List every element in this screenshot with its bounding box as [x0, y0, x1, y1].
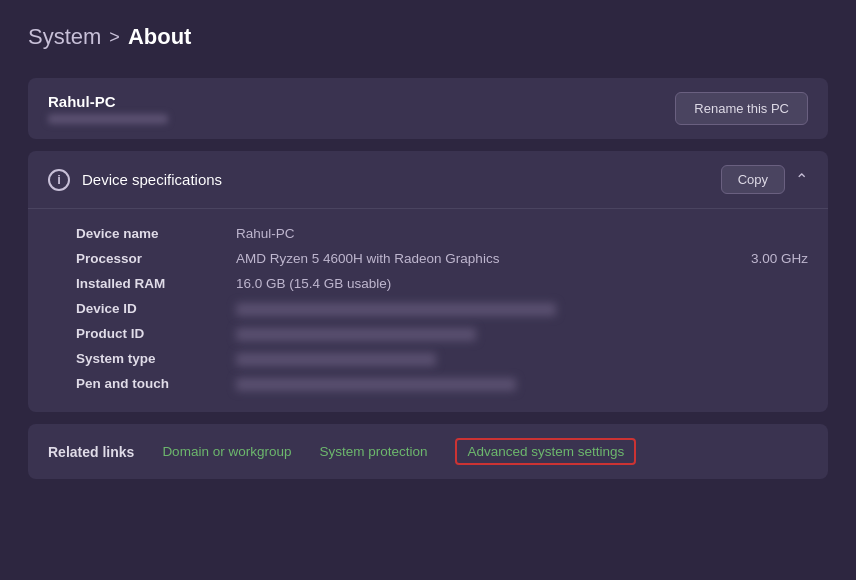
related-links-label: Related links [48, 444, 134, 460]
breadcrumb: System > About [28, 24, 828, 50]
spec-label-device-id: Device ID [76, 301, 236, 316]
blurred-value [236, 303, 556, 316]
spec-label-pen-touch: Pen and touch [76, 376, 236, 391]
spec-value-device-id [236, 301, 808, 316]
pc-name-blur [48, 114, 168, 124]
pc-name-section: Rahul-PC Rename this PC [28, 78, 828, 139]
pc-name-text: Rahul-PC [48, 93, 168, 110]
spec-value-product-id [236, 326, 808, 341]
system-protection-link[interactable]: System protection [319, 444, 427, 459]
breadcrumb-about: About [128, 24, 192, 50]
pc-name-info: Rahul-PC [48, 93, 168, 124]
advanced-system-settings-link[interactable]: Advanced system settings [455, 438, 636, 465]
table-row: System type [76, 346, 808, 371]
table-row: Product ID [76, 321, 808, 346]
spec-value-pen-touch [236, 376, 808, 391]
device-spec-header-right: Copy ⌃ [721, 165, 808, 194]
domain-workgroup-link[interactable]: Domain or workgroup [162, 444, 291, 459]
info-icon: i [48, 169, 70, 191]
device-spec-header: i Device specifications Copy ⌃ [28, 151, 828, 209]
blurred-value [236, 353, 436, 366]
rename-pc-button[interactable]: Rename this PC [675, 92, 808, 125]
spec-value-system-type [236, 351, 808, 366]
spec-value-installed-ram: 16.0 GB (15.4 GB usable) [236, 276, 808, 291]
spec-value-device-name: Rahul-PC [236, 226, 808, 241]
breadcrumb-system: System [28, 24, 101, 50]
spec-label-installed-ram: Installed RAM [76, 276, 236, 291]
table-row: Device name Rahul-PC [76, 221, 808, 246]
breadcrumb-separator: > [109, 27, 120, 48]
blurred-value [236, 328, 476, 341]
spec-label-processor: Processor [76, 251, 236, 266]
device-spec-table: Device name Rahul-PC Processor AMD Ryzen… [28, 209, 828, 412]
copy-button[interactable]: Copy [721, 165, 785, 194]
chevron-up-icon[interactable]: ⌃ [795, 170, 808, 189]
device-spec-title: Device specifications [82, 171, 222, 188]
table-row: Installed RAM 16.0 GB (15.4 GB usable) [76, 271, 808, 296]
spec-label-device-name: Device name [76, 226, 236, 241]
related-links-section: Related links Domain or workgroup System… [28, 424, 828, 479]
blurred-value [236, 378, 516, 391]
spec-value-processor-speed: 3.00 GHz [751, 251, 808, 266]
spec-value-processor: AMD Ryzen 5 4600H with Radeon Graphics [236, 251, 711, 266]
table-row: Device ID [76, 296, 808, 321]
spec-label-system-type: System type [76, 351, 236, 366]
table-row: Pen and touch [76, 371, 808, 396]
device-spec-section: i Device specifications Copy ⌃ Device na… [28, 151, 828, 412]
device-spec-header-left: i Device specifications [48, 169, 222, 191]
table-row: Processor AMD Ryzen 5 4600H with Radeon … [76, 246, 808, 271]
spec-label-product-id: Product ID [76, 326, 236, 341]
